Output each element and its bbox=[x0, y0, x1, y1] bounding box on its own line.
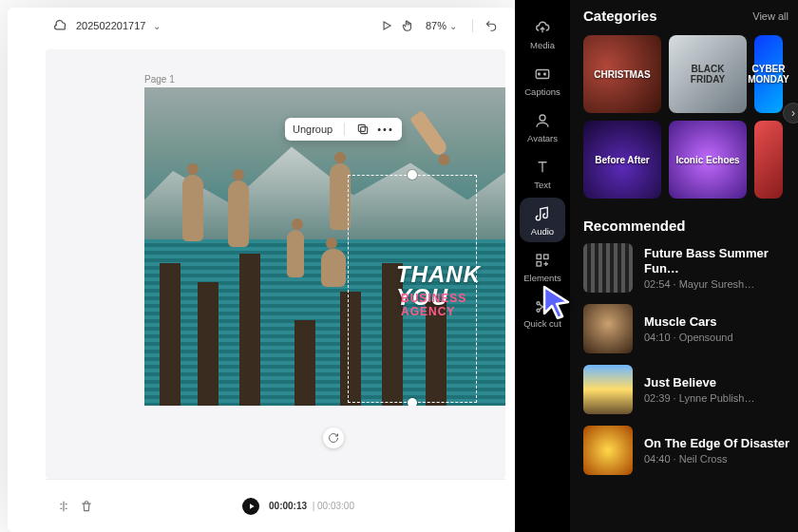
categories-grid: CHRISTMAS BLACK FRIDAY CYBER MONDAY Befo… bbox=[583, 35, 798, 199]
svg-point-3 bbox=[540, 115, 545, 121]
track-meta: 04:10 · Opensound bbox=[644, 332, 798, 343]
editor-topbar: 202502201717 ⌄ 87% ⌄ bbox=[46, 8, 505, 44]
category-card-black-friday[interactable]: BLACK FRIDAY bbox=[669, 35, 747, 113]
audio-panel: Categories View all CHRISTMAS BLACK FRID… bbox=[570, 0, 798, 532]
split-icon[interactable] bbox=[57, 500, 70, 513]
play-outline-icon[interactable] bbox=[380, 19, 393, 32]
track-list: Future Bass Summer Fun… 02:54 · Mayur Su… bbox=[583, 243, 798, 475]
track-name: Muscle Cars bbox=[644, 314, 798, 330]
track-name: Future Bass Summer Fun… bbox=[644, 246, 798, 277]
divider bbox=[344, 123, 345, 136]
strip-item-text[interactable]: Text bbox=[520, 151, 565, 196]
context-toolbar: Ungroup ••• bbox=[285, 118, 402, 141]
track-meta: 02:54 · Mayur Suresh… bbox=[644, 278, 798, 290]
resize-handle-top[interactable] bbox=[408, 170, 417, 180]
scroll-right-button[interactable]: › bbox=[783, 103, 798, 124]
svg-rect-4 bbox=[537, 255, 542, 259]
elements-icon bbox=[534, 252, 551, 269]
person-silhouette bbox=[409, 110, 449, 158]
pier-post bbox=[239, 254, 260, 406]
strip-item-captions[interactable]: Captions bbox=[520, 58, 565, 103]
canvas-subtitle-text[interactable]: BUSINESS AGENCY bbox=[401, 292, 505, 318]
cursor-pointer-overlay bbox=[542, 285, 572, 323]
play-icon bbox=[248, 503, 256, 510]
svg-rect-6 bbox=[537, 262, 542, 267]
track-item[interactable]: Muscle Cars 04:10 · Opensound bbox=[583, 304, 798, 353]
strip-item-audio[interactable]: Audio bbox=[520, 198, 565, 242]
project-title[interactable]: 202502201717 bbox=[76, 20, 145, 31]
recommended-title: Recommended bbox=[583, 218, 798, 234]
page-label: Page 1 bbox=[144, 74, 175, 85]
track-meta: 02:39 · Lynne Publish… bbox=[644, 392, 798, 404]
categories-title: Categories bbox=[583, 8, 657, 24]
track-item[interactable]: Future Bass Summer Fun… 02:54 · Mayur Su… bbox=[583, 243, 798, 293]
refresh-button[interactable] bbox=[323, 428, 344, 448]
text-icon bbox=[534, 159, 551, 176]
person-silhouette bbox=[321, 249, 346, 287]
svg-rect-0 bbox=[361, 127, 368, 134]
pier-post bbox=[198, 282, 218, 406]
timecode: 00:00:13 | 00:03:00 bbox=[269, 501, 354, 511]
more-icon[interactable]: ••• bbox=[377, 124, 394, 135]
refresh-icon bbox=[328, 432, 339, 444]
track-thumb bbox=[583, 243, 633, 293]
view-all-link[interactable]: View all bbox=[752, 10, 788, 22]
avatar-icon bbox=[534, 112, 551, 129]
category-card-before-after[interactable]: Before After bbox=[583, 121, 661, 199]
person-silhouette bbox=[182, 175, 203, 241]
track-thumb bbox=[583, 426, 633, 475]
track-name: On The Edge Of Disaster bbox=[644, 436, 798, 451]
zoom-dropdown[interactable]: 87% ⌄ bbox=[426, 20, 457, 31]
svg-rect-5 bbox=[544, 255, 549, 259]
tool-strip: Media Captions Avatars Text Audio Elemen… bbox=[515, 0, 570, 532]
category-card-iconic-echoes[interactable]: Iconic Echoes bbox=[669, 121, 747, 199]
category-card-sale[interactable] bbox=[754, 121, 783, 199]
category-card-christmas[interactable]: CHRISTMAS bbox=[583, 35, 661, 113]
svg-rect-1 bbox=[359, 124, 366, 131]
resize-handle-bottom[interactable] bbox=[408, 398, 417, 406]
duplicate-icon[interactable] bbox=[356, 123, 370, 136]
cloud-up-icon bbox=[534, 19, 551, 36]
pier-post bbox=[160, 263, 180, 406]
hand-icon[interactable] bbox=[401, 19, 414, 32]
category-card-cyber-monday[interactable]: CYBER MONDAY bbox=[754, 35, 783, 113]
pier-post bbox=[294, 320, 315, 406]
track-thumb bbox=[583, 304, 633, 353]
svg-point-8 bbox=[537, 309, 540, 312]
canvas-area: Page 1 T bbox=[46, 49, 505, 479]
svg-point-7 bbox=[537, 302, 540, 305]
strip-item-media[interactable]: Media bbox=[520, 11, 565, 56]
track-item[interactable]: On The Edge Of Disaster 04:40 · Neil Cro… bbox=[583, 426, 798, 475]
editor-panel: 202502201717 ⌄ 87% ⌄ 16:9 Page 1 bbox=[8, 8, 515, 532]
track-name: Just Believe bbox=[644, 375, 798, 390]
trash-icon[interactable] bbox=[80, 500, 93, 513]
track-thumb bbox=[583, 365, 633, 414]
person-silhouette bbox=[287, 230, 304, 277]
timeline-bar: 00:00:13 | 00:03:00 bbox=[46, 479, 505, 532]
chevron-down-icon[interactable]: ⌄ bbox=[153, 21, 161, 31]
track-meta: 04:40 · Neil Cross bbox=[644, 453, 798, 465]
strip-item-elements[interactable]: Elements bbox=[520, 244, 565, 289]
divider bbox=[472, 19, 473, 32]
audio-icon bbox=[534, 205, 551, 222]
chevron-right-icon: › bbox=[791, 106, 795, 120]
person-silhouette bbox=[228, 180, 249, 247]
captions-icon bbox=[534, 66, 551, 83]
cloud-icon bbox=[53, 18, 68, 33]
play-button[interactable] bbox=[242, 498, 259, 515]
track-item[interactable]: Just Believe 02:39 · Lynne Publish… bbox=[583, 365, 798, 414]
strip-item-avatars[interactable]: Avatars bbox=[520, 104, 565, 149]
ungroup-button[interactable]: Ungroup bbox=[293, 124, 332, 135]
undo-icon[interactable] bbox=[484, 19, 498, 32]
